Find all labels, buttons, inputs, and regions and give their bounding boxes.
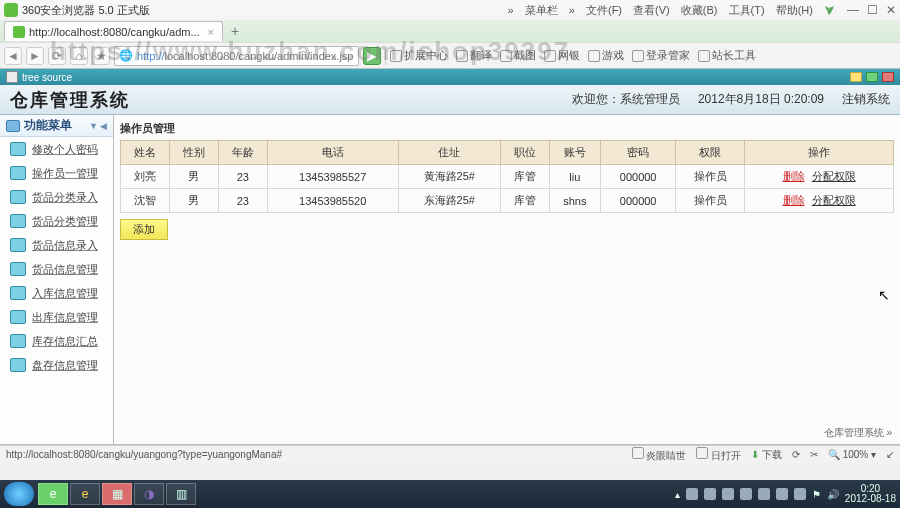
menu-item[interactable]: 收藏(B) [681,4,718,16]
sidebar-item[interactable]: 盘存信息管理 [0,353,113,377]
tray-icon[interactable] [740,488,752,500]
frame-title: tree source [22,72,72,83]
sidebar-item[interactable]: 库存信息汇总 [0,329,113,353]
status-icon[interactable]: ↙ [886,449,894,460]
task-item[interactable]: ◑ [134,483,164,505]
volume-icon[interactable]: 🔊 [827,489,839,500]
maximize-button[interactable]: ☐ [867,3,878,17]
table-header: 年龄 [218,141,267,165]
tray-icon[interactable] [776,488,788,500]
table-header: 账号 [549,141,600,165]
collapse-icon[interactable]: ▼◀ [89,121,107,131]
star-button[interactable]: ★ [92,47,110,65]
status-item[interactable]: 日打开 [696,447,741,463]
menu-item[interactable]: » [569,4,575,16]
task-item[interactable]: ▥ [166,483,196,505]
main-area: 功能菜单 ▼◀ 修改个人密码操作员一管理货品分类录入货品分类管理货品信息录入货品… [0,115,900,445]
task-item[interactable]: e [38,483,68,505]
assign-perm-link[interactable]: 分配权限 [812,194,856,206]
start-button[interactable] [4,482,34,506]
toolbar-item[interactable]: 截图 [500,48,536,63]
toolbar-item[interactable]: 翻译 [456,48,492,63]
tab-label: http://localhost:8080/cangku/adm... [29,26,200,38]
home-button[interactable]: ⌂ [70,47,88,65]
puzzle-icon [390,50,402,62]
mouse-cursor-icon: ↖ [878,287,890,303]
delete-link[interactable]: 删除 [783,194,805,206]
table-header: 操作 [745,141,894,165]
menu-item[interactable]: 查看(V) [633,4,670,16]
open-icon [696,447,708,459]
menu-item[interactable]: 文件(F) [586,4,622,16]
frame-min-icon[interactable] [850,72,862,82]
browser-tab[interactable]: http://localhost:8080/cangku/adm... × [4,21,223,41]
toolbar-item[interactable]: 扩展中心 [390,48,448,63]
toolbar-item[interactable]: 登录管家 [632,48,690,63]
reload-button[interactable]: ⟳ [48,47,66,65]
toolbar-item[interactable]: 站长工具 [698,48,756,63]
clock-date: 2012-08-18 [845,494,896,504]
menu-fold-icon[interactable]: ⮟ [824,4,835,16]
menu-item[interactable]: 帮助(H) [776,4,813,16]
status-item[interactable]: ✂ [810,449,818,460]
sidebar-item-icon [10,358,26,372]
logout-link[interactable]: 注销系统 [842,91,890,108]
nav-bar: ◄ ► ⟳ ⌂ ★ 🌐 http://http://localhost:8080… [0,42,900,68]
toolbar-item[interactable]: 网银 [544,48,580,63]
status-item[interactable]: 炎眼睛世 [632,447,687,463]
forward-button[interactable]: ► [26,47,44,65]
status-item[interactable]: ⟳ [792,449,800,460]
sidebar-item[interactable]: 货品分类录入 [0,185,113,209]
add-button[interactable]: 添加 [120,219,168,240]
title-bar: 360安全浏览器 5.0 正式版 » 菜单栏 » 文件(F) 查看(V) 收藏(… [0,0,900,20]
table-cell: shns [549,189,600,213]
sidebar-item[interactable]: 货品分类管理 [0,209,113,233]
frame-max-icon[interactable] [866,72,878,82]
minimize-button[interactable]: — [847,3,859,17]
status-bar: http://localhost:8080/cangku/yuangong?ty… [0,445,900,463]
zoom-control[interactable]: 🔍 100% ▾ [828,449,876,460]
table-cell: liu [549,165,600,189]
delete-link[interactable]: 删除 [783,170,805,182]
tab-strip: http://localhost:8080/cangku/adm... × + [0,20,900,42]
flag-icon[interactable]: ⚑ [812,489,821,500]
sidebar-item[interactable]: 修改个人密码 [0,137,113,161]
sidebar-item[interactable]: 货品信息录入 [0,233,113,257]
sidebar-item[interactable]: 货品信息管理 [0,257,113,281]
toolbar-links: 扩展中心 翻译 截图 网银 游戏 登录管家 站长工具 [390,48,756,63]
close-button[interactable]: ✕ [886,3,896,17]
sidebar-item[interactable]: 出库信息管理 [0,305,113,329]
table-cell: 男 [169,165,218,189]
new-tab-button[interactable]: + [227,23,243,39]
menu-item[interactable]: 工具(T) [729,4,765,16]
status-url: http://localhost:8080/cangku/yuangong?ty… [6,449,282,460]
sidebar-item[interactable]: 操作员一管理 [0,161,113,185]
tray-icon[interactable] [758,488,770,500]
url-bar[interactable]: 🌐 http://http://localhost:8080/cangku/ad… [114,46,359,66]
table-cell: 23 [218,165,267,189]
toolbar-item[interactable]: 游戏 [588,48,624,63]
assign-perm-link[interactable]: 分配权限 [812,170,856,182]
sidebar-item[interactable]: 入库信息管理 [0,281,113,305]
tray-icon[interactable] [794,488,806,500]
tray-icon[interactable] [722,488,734,500]
actions-cell: 删除 分配权限 [745,165,894,189]
bank-icon [544,50,556,62]
tray-up-icon[interactable]: ▴ [675,489,680,500]
tray-icon[interactable] [686,488,698,500]
frame-close-icon[interactable] [882,72,894,82]
clock[interactable]: 0:20 2012-08-18 [845,484,896,504]
browser-title: 360安全浏览器 5.0 正式版 [22,3,150,18]
tray-icon[interactable] [704,488,716,500]
status-item[interactable]: ⬇ 下载 [751,448,782,462]
table-header: 职位 [500,141,549,165]
menu-item[interactable]: 菜单栏 [525,4,558,16]
tab-close-icon[interactable]: × [208,26,214,38]
task-item[interactable]: e [70,483,100,505]
sidebar-item-icon [10,310,26,324]
go-button[interactable]: ▶ [363,47,381,65]
back-button[interactable]: ◄ [4,47,22,65]
task-item[interactable]: ▦ [102,483,132,505]
menu-item[interactable]: » [508,4,514,16]
sidebar-item-label: 出库信息管理 [32,310,98,325]
